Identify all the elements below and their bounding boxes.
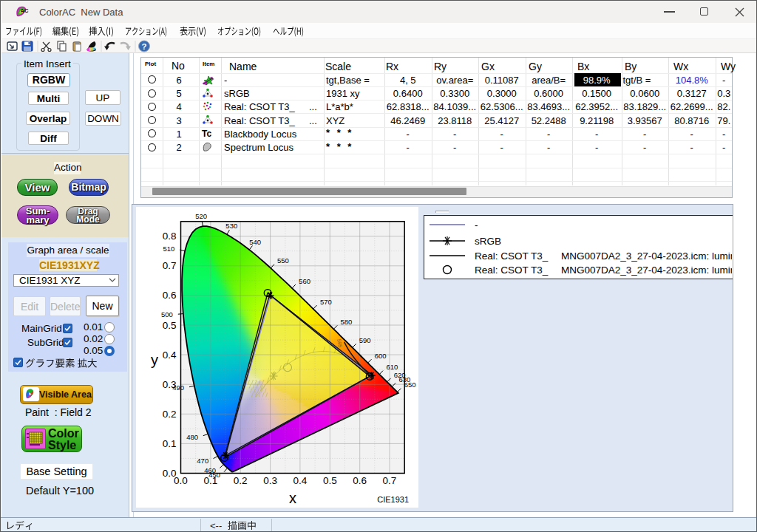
svg-text:570: 570 — [320, 298, 332, 306]
svg-text:530: 530 — [225, 222, 237, 230]
svg-text:0.7: 0.7 — [383, 475, 397, 486]
svg-text:480: 480 — [186, 433, 198, 441]
svg-text:500: 500 — [161, 310, 173, 318]
svg-text:540: 540 — [249, 238, 261, 246]
svg-text:?: ? — [141, 42, 146, 51]
svg-text:510: 510 — [163, 245, 175, 253]
svg-text:560: 560 — [299, 277, 310, 285]
svg-text:0.2: 0.2 — [163, 409, 177, 420]
svg-text:0.4: 0.4 — [293, 475, 308, 486]
svg-text:470: 470 — [197, 457, 208, 465]
svg-text:580: 580 — [341, 318, 353, 326]
svg-text:0.8: 0.8 — [163, 231, 177, 242]
svg-text:y: y — [151, 352, 158, 368]
svg-text:0.5: 0.5 — [323, 475, 337, 486]
svg-text:520: 520 — [195, 212, 207, 220]
svg-text:0.3: 0.3 — [163, 379, 177, 390]
svg-text:0.0: 0.0 — [163, 468, 177, 479]
svg-text:0.5: 0.5 — [163, 320, 177, 331]
svg-text:0.6: 0.6 — [163, 290, 177, 301]
svg-text:0.3: 0.3 — [263, 475, 277, 486]
svg-text:AC: AC — [21, 7, 29, 14]
svg-text:650: 650 — [404, 381, 416, 389]
svg-text:0.6: 0.6 — [353, 475, 367, 486]
svg-text:550: 550 — [277, 256, 289, 265]
svg-text:x: x — [289, 490, 296, 506]
svg-text:CIE1931: CIE1931 — [377, 495, 409, 504]
svg-text:0.7: 0.7 — [163, 260, 177, 271]
svg-text:0.1: 0.1 — [163, 438, 177, 449]
svg-text:590: 590 — [359, 336, 371, 344]
svg-text:0.1: 0.1 — [204, 475, 218, 486]
svg-text:600: 600 — [375, 352, 387, 360]
svg-text:0.2: 0.2 — [234, 475, 248, 486]
svg-text:0.4: 0.4 — [163, 349, 177, 361]
